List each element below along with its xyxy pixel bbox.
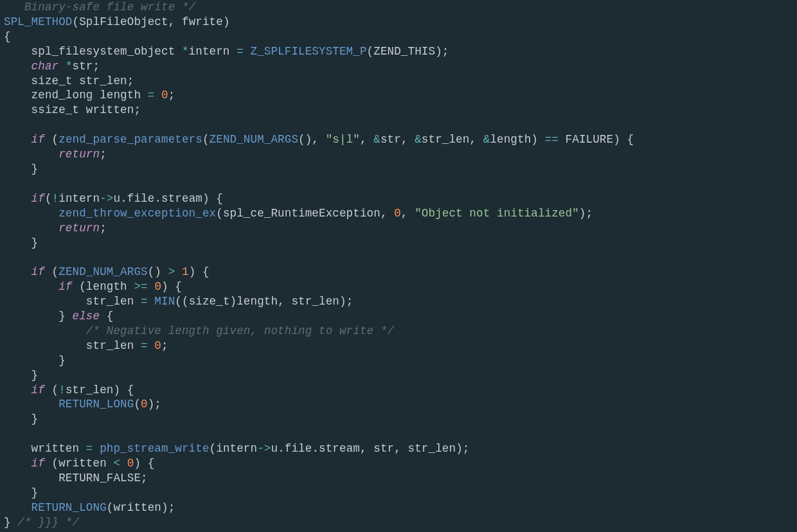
- macro-return-false: RETURN_FALSE: [58, 472, 141, 484]
- comment-top: Binary-safe file write */: [4, 1, 195, 13]
- comment-neg-len: /* Negative length given, nothing to wri…: [86, 324, 394, 337]
- macro-return-long: RETURN_LONG: [58, 398, 134, 411]
- keyword-return: return: [58, 148, 100, 161]
- macro-spl-method: SPL_METHOD: [4, 15, 73, 28]
- code-block: Binary-safe file write */ SPL_METHOD(Spl…: [0, 0, 797, 530]
- keyword-if: if: [31, 133, 45, 146]
- comment-end-fold: /* }}} */: [17, 516, 79, 529]
- keyword-else: else: [73, 310, 100, 323]
- type-char: char: [31, 60, 59, 73]
